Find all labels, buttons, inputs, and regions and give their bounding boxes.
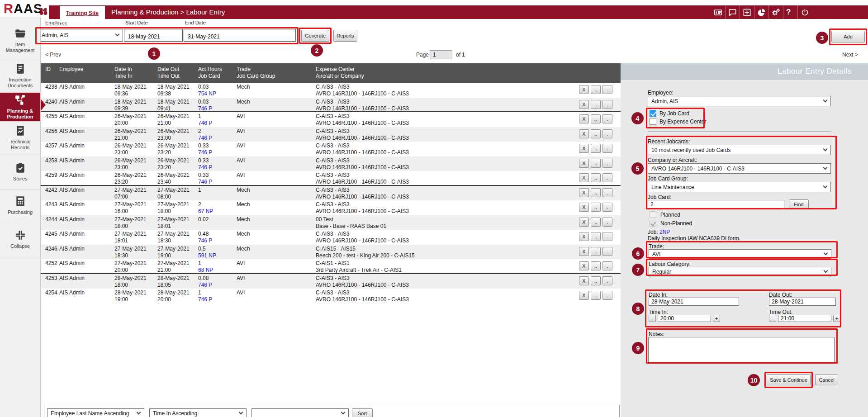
edit-row-button[interactable]: ..: [591, 247, 601, 256]
recent-jobcards-select[interactable]: 10 most recently used Job Cards: [648, 145, 831, 155]
generate-button[interactable]: Generate: [301, 30, 329, 42]
delete-row-button[interactable]: X: [579, 100, 589, 109]
delete-row-button[interactable]: X: [579, 144, 589, 153]
detail-row-button[interactable]: .: [602, 173, 612, 182]
edit-row-button[interactable]: ..: [591, 114, 601, 123]
delete-row-button[interactable]: X: [579, 173, 589, 182]
gears-button[interactable]: [768, 5, 783, 19]
add-button[interactable]: Add: [831, 31, 865, 43]
company-aircraft-select[interactable]: AVRO 146RJ100 - 146RJ100 - C-AIS3: [648, 163, 831, 174]
edit-row-button[interactable]: ..: [591, 173, 601, 182]
prev-page-link[interactable]: < Prev: [45, 52, 61, 58]
end-date-input[interactable]: [184, 29, 296, 42]
edit-row-button[interactable]: ..: [591, 276, 601, 285]
detail-row-button[interactable]: .: [602, 218, 612, 227]
job-card-link[interactable]: 746 P: [198, 105, 237, 112]
delete-row-button[interactable]: X: [579, 114, 589, 123]
employee-filter-select[interactable]: Admin, AIS: [38, 29, 123, 42]
by-job-card-checkbox[interactable]: [650, 110, 656, 117]
job-number-link[interactable]: 2NP: [659, 229, 670, 235]
edit-row-button[interactable]: ..: [591, 203, 601, 212]
job-card-link[interactable]: 746 P: [198, 282, 237, 289]
job-card-link[interactable]: 746 P: [198, 135, 237, 142]
delete-row-button[interactable]: X: [579, 232, 589, 241]
edit-row-button[interactable]: ..: [591, 85, 601, 94]
non-planned-checkbox[interactable]: [650, 220, 656, 227]
sidebar-item-purchasing[interactable]: Purchasing: [0, 190, 40, 221]
detail-row-button[interactable]: .: [602, 247, 612, 256]
edit-row-button[interactable]: ..: [591, 144, 601, 153]
delete-row-button[interactable]: X: [579, 203, 589, 212]
detail-row-button[interactable]: .: [602, 261, 612, 270]
time-out-minus-button[interactable]: -: [769, 315, 776, 322]
power-button[interactable]: [797, 5, 812, 19]
job-card-link[interactable]: 746 P: [198, 149, 237, 156]
edit-row-button[interactable]: ..: [591, 232, 601, 241]
time-in-input[interactable]: [658, 315, 711, 322]
job-card-link[interactable]: 746 P: [198, 179, 237, 185]
time-out-plus-button[interactable]: +: [833, 315, 840, 322]
labour-category-select[interactable]: Regular: [649, 267, 831, 276]
next-page-link[interactable]: Next >: [842, 52, 858, 58]
planned-checkbox[interactable]: [650, 211, 656, 218]
tab-training-site[interactable]: Training Site: [60, 6, 105, 23]
job-card-link[interactable]: 746 P: [198, 296, 237, 303]
sidebar-item-stores[interactable]: Stores: [0, 154, 40, 190]
delete-row-button[interactable]: X: [579, 188, 589, 197]
delete-row-button[interactable]: X: [579, 159, 589, 168]
panel-employee-select[interactable]: Admin, AIS: [648, 96, 831, 106]
time-in-minus-button[interactable]: -: [649, 315, 656, 322]
job-card-link[interactable]: 754 NP: [198, 90, 237, 97]
cancel-button[interactable]: Cancel: [815, 374, 838, 385]
detail-row-button[interactable]: .: [602, 291, 612, 300]
delete-row-button[interactable]: X: [579, 247, 589, 256]
edit-row-button[interactable]: ..: [591, 291, 601, 300]
delete-row-button[interactable]: X: [579, 218, 589, 227]
detail-row-button[interactable]: .: [602, 188, 612, 197]
save-continue-button[interactable]: Save & Continue: [767, 374, 811, 385]
edit-row-button[interactable]: ..: [591, 218, 601, 227]
date-in-input[interactable]: [649, 298, 739, 306]
sort-select-1[interactable]: Employee Last Name Ascending: [47, 408, 144, 417]
sidebar-item-planning-production[interactable]: Planning & Production: [0, 93, 40, 122]
edit-row-button[interactable]: ..: [591, 159, 601, 168]
delete-row-button[interactable]: X: [579, 85, 589, 94]
time-in-plus-button[interactable]: +: [713, 315, 720, 322]
delete-row-button[interactable]: X: [579, 261, 589, 270]
delete-row-button[interactable]: X: [579, 129, 589, 138]
sidebar-item-item-management[interactable]: Item Management: [0, 22, 40, 59]
job-card-link[interactable]: 68 NP: [198, 267, 237, 273]
edit-row-button[interactable]: ..: [591, 261, 601, 270]
notes-textarea[interactable]: [648, 337, 835, 363]
sort-select-2[interactable]: Time In Ascending: [149, 408, 247, 417]
job-card-link[interactable]: 746 P: [198, 120, 237, 127]
detail-row-button[interactable]: .: [602, 85, 612, 94]
id-card-button[interactable]: [711, 5, 725, 19]
sidebar-item-collapse[interactable]: Collapse: [0, 221, 40, 257]
start-date-input[interactable]: [124, 29, 183, 42]
find-button[interactable]: Find: [789, 199, 809, 209]
detail-row-button[interactable]: .: [602, 276, 612, 285]
detail-row-button[interactable]: .: [602, 114, 612, 123]
time-out-input[interactable]: [778, 315, 831, 322]
job-card-link[interactable]: 746 P: [198, 237, 237, 244]
detail-row-button[interactable]: .: [602, 144, 612, 153]
detail-row-button[interactable]: .: [602, 232, 612, 241]
help-button[interactable]: ?: [783, 5, 797, 19]
edit-row-button[interactable]: ..: [591, 188, 601, 197]
detail-row-button[interactable]: .: [602, 100, 612, 109]
add-square-button[interactable]: [740, 5, 754, 19]
edit-row-button[interactable]: ..: [591, 129, 601, 138]
job-card-link[interactable]: 591 NP: [198, 252, 237, 259]
trade-select[interactable]: AVI: [649, 249, 831, 259]
detail-row-button[interactable]: .: [602, 203, 612, 212]
sort-button[interactable]: Sort: [352, 408, 373, 417]
job-card-input[interactable]: [648, 200, 784, 209]
by-expense-center-checkbox[interactable]: [650, 118, 656, 125]
delete-row-button[interactable]: X: [579, 291, 589, 300]
job-card-link[interactable]: 746 P: [198, 164, 237, 171]
delete-row-button[interactable]: X: [579, 276, 589, 285]
chat-button[interactable]: [725, 5, 740, 19]
pie-chart-button[interactable]: [754, 5, 768, 19]
detail-row-button[interactable]: .: [602, 159, 612, 168]
